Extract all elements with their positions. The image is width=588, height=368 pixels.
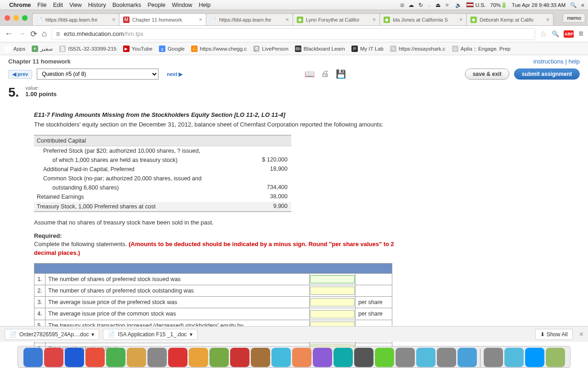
ebook-icon[interactable]: 📖 — [305, 69, 315, 79]
browser-tab[interactable]: ◆Ida Jones at California S× — [379, 13, 467, 25]
close-tab-icon[interactable]: × — [546, 17, 549, 23]
dock-app-icon[interactable] — [65, 348, 84, 367]
close-tab-icon[interactable]: × — [199, 17, 202, 23]
bookmark-item[interactable]: ✶سفير — [32, 46, 53, 52]
next-button[interactable]: next ▶ — [163, 70, 186, 78]
volume-icon[interactable]: 🔈 — [455, 2, 462, 8]
bookmark-item[interactable]: gGoogle — [159, 46, 185, 52]
dock-app-icon[interactable] — [334, 348, 353, 367]
dock-app-icon[interactable] — [85, 348, 105, 367]
close-tab-icon[interactable]: × — [112, 17, 115, 23]
show-all-downloads-button[interactable]: ⬇ Show All — [535, 329, 572, 340]
dock-app-icon[interactable] — [189, 348, 208, 367]
help-link[interactable]: help — [568, 58, 580, 65]
menu-bookmarks[interactable]: Bookmarks — [113, 2, 141, 8]
menu-view[interactable]: View — [69, 2, 82, 8]
dock-app-icon[interactable] — [525, 348, 544, 367]
bookmark-item[interactable]: Chttps://www.chegg.c — [191, 46, 247, 52]
home-button[interactable]: ⌂ — [42, 29, 47, 39]
close-tab-icon[interactable]: × — [373, 17, 376, 23]
browser-tab[interactable]: ◆Lynn Forsythe at Califor× — [293, 13, 380, 25]
dock-app-icon[interactable] — [44, 348, 63, 367]
abp-icon[interactable]: ABP — [564, 30, 574, 38]
menu-list-icon[interactable]: ≡ — [581, 2, 584, 8]
back-button[interactable]: ← — [5, 29, 13, 39]
bookmark-item[interactable]: ✎https://essayshark.c — [390, 46, 446, 52]
flag-icon[interactable]: U.S. — [466, 2, 486, 8]
menu-people[interactable]: People — [147, 2, 165, 8]
chrome-menu-button[interactable]: ≡ — [578, 29, 583, 39]
bookmark-item[interactable]: PMy IT Lab — [351, 46, 384, 52]
browser-tab[interactable]: 📄https://bbl-app.learn.fre× — [32, 13, 119, 25]
reload-button[interactable]: ⟳ — [30, 29, 37, 39]
instructions-link[interactable]: instructions — [533, 58, 564, 65]
dock-app-icon[interactable] — [127, 348, 146, 367]
print-icon[interactable]: 🖨 — [321, 69, 329, 79]
close-downloads-bar-button[interactable]: × — [579, 330, 583, 339]
dock-app-icon[interactable] — [23, 348, 43, 367]
bookmark-item[interactable]: 📄IS52L-32-33399-215 — [59, 46, 117, 52]
spotlight-icon[interactable]: 🔍 — [570, 2, 577, 8]
dock-app-icon[interactable] — [354, 348, 373, 367]
bluetooth-icon[interactable]: ⌵ — [428, 2, 431, 8]
download-item[interactable]: 📄 Order27826595_24Ap....doc ▾ — [5, 329, 99, 340]
bookmark-item[interactable]: BbBlackboard Learn — [295, 46, 345, 52]
dock-app-icon[interactable] — [458, 348, 477, 367]
dock-app-icon[interactable] — [106, 348, 125, 367]
search-icon[interactable]: 🔍 — [552, 30, 559, 37]
star-icon[interactable]: ☆ — [540, 29, 547, 39]
menu-file[interactable]: File — [37, 2, 46, 8]
save-icon[interactable]: 💾 — [336, 69, 346, 79]
address-bar[interactable]: 🗎 ezto.mheducation.com/hm.tpx — [51, 28, 536, 40]
dock-app-icon[interactable] — [437, 348, 456, 367]
dock-app-icon[interactable] — [313, 348, 332, 367]
forward-button[interactable]: → — [17, 29, 26, 39]
dock-app-icon[interactable] — [416, 348, 435, 367]
answer-input[interactable] — [310, 275, 355, 283]
menu-app[interactable]: Chrome — [9, 2, 31, 8]
close-tab-icon[interactable]: × — [286, 17, 289, 23]
battery-status[interactable]: 70% 🔋 — [490, 2, 507, 8]
dock-app-icon[interactable] — [230, 348, 249, 367]
dock-app-icon[interactable] — [375, 348, 394, 367]
download-item[interactable]: 📄 ISA Application F15 _1_.doc ▾ — [103, 329, 197, 340]
zoom-window-button[interactable] — [22, 15, 28, 21]
sync-icon[interactable]: ☁ — [408, 2, 414, 8]
dock-app-icon[interactable] — [504, 348, 524, 367]
answer-input[interactable] — [310, 287, 355, 295]
bookmark-item[interactable]: ⠿Apps — [5, 46, 25, 52]
question-select[interactable]: Question #5 (of 8) — [37, 69, 158, 80]
browser-tab[interactable]: MChapter 11 homework× — [119, 13, 206, 25]
bookmark-item[interactable]: 💬LivePerson — [253, 46, 288, 52]
answer-input[interactable] — [310, 298, 355, 306]
dock-app-icon[interactable] — [251, 348, 270, 367]
dock-app-icon[interactable] — [147, 348, 167, 367]
browser-tab[interactable]: ◆Deborah Kemp at Califo× — [466, 13, 554, 25]
menu-window[interactable]: Window — [172, 2, 192, 8]
dock-app-icon[interactable] — [271, 348, 291, 367]
minimize-window-button[interactable] — [13, 15, 19, 21]
clock[interactable]: Tue Apr 28 9:48:33 AM — [512, 2, 565, 8]
submit-assignment-button[interactable]: submit assignment — [514, 69, 580, 80]
dock-app-icon[interactable] — [396, 348, 415, 367]
bookmark-item[interactable]: ▶YouTube — [123, 46, 153, 52]
dock-app-icon[interactable] — [292, 348, 311, 367]
dock-app-icon[interactable] — [546, 348, 565, 367]
close-window-button[interactable] — [5, 15, 10, 21]
wifi-icon[interactable]: ᯤ — [445, 2, 451, 8]
answer-input[interactable] — [310, 310, 355, 318]
close-tab-icon[interactable]: × — [459, 17, 463, 23]
dock-app-icon[interactable] — [168, 348, 187, 367]
bookmark-item[interactable]: ◎Aplia :: Engage. Prep — [452, 46, 511, 52]
eject-icon[interactable]: ⏏ — [435, 2, 441, 8]
browser-tab[interactable]: 📄https://bbl-app.learn.fre× — [206, 13, 293, 25]
dock-app-icon[interactable] — [209, 348, 229, 367]
save-exit-button[interactable]: save & exit — [465, 69, 509, 80]
dock-app-icon[interactable] — [484, 348, 503, 367]
menu-help[interactable]: Help — [199, 2, 211, 8]
menu-edit[interactable]: Edit — [53, 2, 63, 8]
screen-share-icon[interactable]: ⎚ — [401, 2, 404, 8]
memo-button[interactable]: memo — [563, 13, 585, 23]
prev-button[interactable]: ◀ prev — [8, 70, 32, 79]
timemachine-icon[interactable]: ↻ — [418, 2, 423, 8]
